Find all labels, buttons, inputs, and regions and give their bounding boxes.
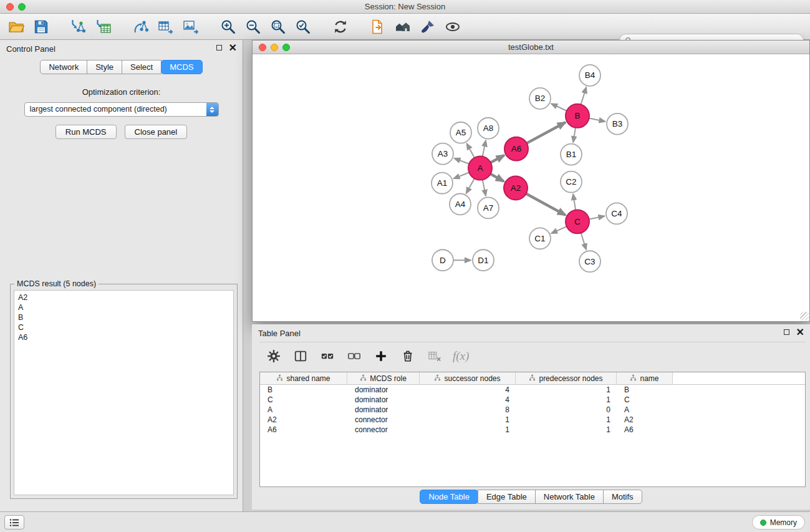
network-node-C3[interactable]: C3 — [579, 251, 600, 272]
column-header-predecessor-nodes[interactable]: predecessor nodes — [516, 372, 617, 384]
network-canvas[interactable]: B4B2BB3A5A8A6B1A3AC2A1A2A4A7C4CC1C3DD1 — [253, 54, 809, 321]
column-header-successor-nodes[interactable]: successor nodes — [420, 372, 516, 384]
network-node-A3[interactable]: A3 — [432, 143, 453, 165]
edge-C-C3[interactable] — [581, 233, 586, 249]
show-columns-button[interactable] — [291, 347, 310, 365]
delete-table-button[interactable] — [425, 347, 444, 365]
open-network-file-button[interactable] — [368, 17, 388, 37]
network-node-C[interactable]: C — [566, 210, 589, 233]
table-row[interactable]: Bdominator41B — [260, 385, 805, 395]
table-row[interactable]: Adominator80A — [260, 405, 805, 415]
create-column-button[interactable] — [372, 347, 390, 365]
mcds-result-list[interactable]: A2ABCA6 — [14, 290, 234, 495]
edge-A-A6[interactable] — [491, 155, 504, 163]
svg-text:B1: B1 — [566, 150, 577, 159]
edge-A-A7[interactable] — [483, 180, 486, 196]
edge-A-A2[interactable] — [491, 174, 504, 181]
table-row[interactable]: Cdominator41C — [260, 395, 805, 405]
network-canvas-svg[interactable]: B4B2BB3A5A8A6B1A3AC2A1A2A4A7C4CC1C3DD1 — [253, 54, 809, 321]
network-node-A8[interactable]: A8 — [478, 118, 499, 139]
edge-A-A8[interactable] — [483, 140, 486, 157]
network-node-C1[interactable]: C1 — [529, 228, 551, 249]
export-image-button[interactable] — [181, 17, 201, 37]
table-panel-tabs: Node TableEdge TableNetwork TableMotifs — [252, 490, 810, 504]
network-node-A[interactable]: A — [468, 157, 492, 180]
column-header-shared-name[interactable]: shared name — [260, 372, 347, 384]
edge-B-B1[interactable] — [573, 127, 576, 142]
memory-button[interactable]: Memory — [752, 515, 805, 530]
export-table-icon — [158, 19, 174, 35]
open-session-button[interactable] — [6, 17, 26, 37]
network-node-A6[interactable]: A6 — [504, 137, 528, 161]
network-node-D[interactable]: D — [432, 249, 453, 271]
function-builder-button[interactable]: f(x) — [453, 349, 469, 363]
zoom-out-button[interactable] — [243, 17, 263, 37]
import-table-button[interactable] — [94, 17, 113, 37]
network-node-B4[interactable]: B4 — [579, 65, 600, 86]
annotation-button[interactable] — [418, 17, 438, 37]
edge-A-A4[interactable] — [466, 178, 475, 193]
network-node-B1[interactable]: B1 — [561, 144, 582, 165]
edge-A6-B[interactable] — [527, 122, 566, 143]
tab-motifs[interactable]: Motifs — [603, 490, 642, 504]
deselect-all-rows-button[interactable] — [345, 347, 364, 365]
edge-A2-C[interactable] — [526, 194, 566, 215]
mcds-result-item: C — [18, 322, 229, 332]
zoom-selected-button[interactable] — [293, 17, 313, 37]
optimization-criterion-dropdown[interactable]: largest connected component (directed) — [24, 102, 219, 117]
tab-mcds[interactable]: MCDS — [161, 60, 202, 74]
network-node-A1[interactable]: A1 — [432, 173, 453, 194]
close-table-panel-icon[interactable]: ✕ — [796, 329, 804, 336]
show-graphics-details-button[interactable] — [443, 17, 463, 37]
tab-select[interactable]: Select — [122, 60, 162, 74]
network-node-C4[interactable]: C4 — [606, 203, 627, 224]
edge-C-C2[interactable] — [573, 194, 576, 210]
network-node-D1[interactable]: D1 — [473, 249, 494, 271]
zoom-in-button[interactable] — [218, 17, 238, 37]
edge-B-B2[interactable] — [551, 104, 567, 110]
export-network-button[interactable] — [131, 17, 151, 37]
table-row[interactable]: A2connector11A2 — [260, 415, 805, 425]
edge-C-C1[interactable] — [551, 226, 566, 233]
run-mcds-button[interactable]: Run MCDS — [55, 125, 117, 139]
network-node-B2[interactable]: B2 — [529, 88, 551, 109]
zoom-fit-button[interactable] — [268, 17, 288, 37]
close-panel-button[interactable]: Close panel — [125, 125, 188, 139]
save-session-button[interactable] — [31, 17, 51, 37]
task-history-button[interactable] — [4, 515, 24, 530]
network-node-A4[interactable]: A4 — [450, 193, 471, 215]
select-all-rows-button[interactable] — [318, 347, 337, 365]
import-network-button[interactable] — [69, 17, 89, 37]
column-header-mcds-role[interactable]: MCDS role — [347, 372, 420, 384]
network-node-A7[interactable]: A7 — [478, 197, 499, 218]
edge-A-A5[interactable] — [467, 143, 475, 158]
float-panel-icon[interactable] — [216, 45, 222, 51]
close-panel-icon[interactable]: ✕ — [229, 44, 237, 51]
network-window-titlebar[interactable]: testGlobe.txt — [253, 41, 809, 54]
export-table-button[interactable] — [156, 17, 176, 37]
first-neighbors-button[interactable] — [393, 17, 413, 37]
refresh-layout-button[interactable] — [330, 17, 350, 37]
tab-edge-table[interactable]: Edge Table — [478, 490, 536, 504]
delete-column-button[interactable] — [398, 347, 417, 365]
column-header-name[interactable]: name — [617, 372, 673, 384]
float-table-panel-icon[interactable] — [784, 329, 789, 335]
tab-style[interactable]: Style — [87, 60, 122, 74]
edge-A-A1[interactable] — [454, 173, 470, 179]
network-node-A5[interactable]: A5 — [450, 122, 471, 143]
tab-network-table[interactable]: Network Table — [535, 490, 604, 504]
tab-node-table[interactable]: Node Table — [420, 490, 478, 504]
network-node-B3[interactable]: B3 — [607, 114, 628, 135]
edge-B-B3[interactable] — [589, 118, 605, 122]
network-node-B[interactable]: B — [566, 104, 589, 128]
edge-A-A3[interactable] — [455, 158, 470, 164]
table-row[interactable]: A6connector11A6 — [260, 425, 805, 435]
network-node-C2[interactable]: C2 — [561, 172, 582, 193]
network-node-A2[interactable]: A2 — [504, 177, 528, 200]
table-panel-title: Table Panel — [258, 329, 301, 338]
tab-network[interactable]: Network — [40, 60, 87, 74]
resize-grip-icon[interactable] — [800, 312, 809, 321]
edge-C-C4[interactable] — [589, 216, 605, 219]
table-settings-button[interactable] — [264, 347, 283, 365]
edge-B-B4[interactable] — [581, 87, 587, 105]
